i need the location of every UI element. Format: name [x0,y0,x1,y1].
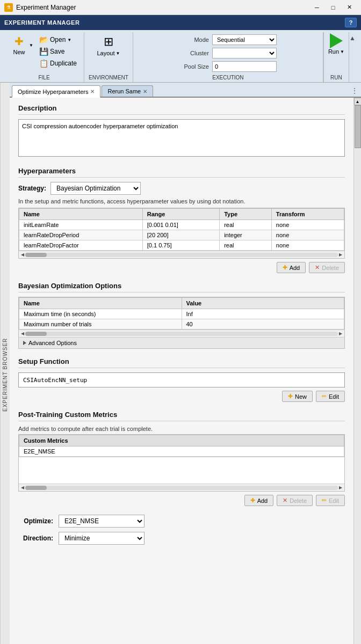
hp-cell-transform: none [271,240,344,251]
bo-scroll-track [25,332,338,336]
strategy-select[interactable]: Bayesian Optimization Random Search Grid… [50,182,141,195]
delete-metric-label: Delete [290,497,307,504]
open-dropdown-icon: ▼ [67,38,71,42]
setup-edit-icon: ✏ [322,393,327,400]
delete-hyperparameter-button[interactable]: ✕ Delete [309,262,345,273]
bayesian-table-container: Name Value Maximum time (in seconds)InfM… [18,297,345,349]
hp-col-transform: Transform [271,209,344,220]
new-dropdown-button[interactable]: ▼ [28,33,34,57]
bayesian-scrollbar[interactable]: ◀ ▶ [19,330,344,337]
ribbon-tab-bar: EXPERIMENT MANAGER ? [0,15,361,30]
direction-select[interactable]: Minimize Maximize [59,532,145,545]
description-title: Description [18,104,345,115]
run-button[interactable]: Run ▼ [328,33,344,55]
ribbon-tab-label: EXPERIMENT MANAGER [4,19,80,26]
duplicate-icon: 📋 [39,59,48,68]
layout-button[interactable]: ⊞ Layout ▼ [95,33,123,58]
add-metric-button[interactable]: ✚ Add [244,495,274,506]
post-training-btn-row: ✚ Add ✕ Delete ✏ Edit [18,495,345,506]
setup-function-input[interactable] [18,372,345,387]
custom-metrics-empty-area [19,457,344,484]
run-group-items: Run ▼ [328,32,344,74]
tab-optimize-close[interactable]: ✕ [90,89,95,94]
hyperparameters-table: Name Range Type Transform initLearnRate[… [19,208,344,251]
cm-scroll-track [25,486,338,490]
optimize-select[interactable]: E2E_NMSE [59,515,145,528]
mode-select[interactable]: Sequential [212,34,277,45]
hyperparameters-scrollbar[interactable]: ◀ ▶ [19,251,344,258]
cm-col-name: Custom Metrics [19,435,344,447]
hp-row[interactable]: initLearnRate[0.001 0.01]realnone [19,220,344,230]
add-hyperparameter-button[interactable]: ✚ Add [277,262,306,273]
new-button[interactable]: ✚ New [9,33,28,57]
vertical-scrollbar: ▲ ▼ [353,98,361,644]
advanced-options-label: Advanced Options [28,340,77,346]
save-label: Save [50,48,64,55]
bo-scroll-right-arrow[interactable]: ▶ [338,331,343,336]
maximize-button[interactable]: □ [326,2,341,13]
minimize-button[interactable]: ─ [309,2,324,13]
hyperparameters-header-row: Name Range Type Transform [19,209,344,220]
edit-metric-button[interactable]: ✏ Edit [316,495,345,506]
tab-optimize-hyperparameters[interactable]: Optimize Hyperparameters ✕ [12,85,100,98]
delete-metric-button[interactable]: ✕ Delete [277,495,313,506]
run-triangle-icon [330,33,343,48]
bo-scroll-thumb [25,332,47,336]
custom-metrics-table-container: Custom Metrics E2E_NMSE ◀ [18,434,345,492]
scroll-up-button[interactable]: ▲ [354,98,362,105]
setup-new-label: New [295,393,307,400]
poolsize-input[interactable] [212,61,277,72]
bo-col-name: Name [19,298,182,309]
bo-scroll-left-arrow[interactable]: ◀ [20,331,25,336]
file-group-items: ✚ New ▼ 📂 Open ▼ 💾 Sav [9,32,80,74]
optimize-label: Optimize: [18,517,53,525]
hp-row[interactable]: learnRateDropPeriod[20 200]integernone [19,230,344,240]
delete-metric-icon: ✕ [283,497,287,504]
bo-row[interactable]: Maximum time (in seconds)Inf [19,309,344,319]
duplicate-label: Duplicate [50,60,77,67]
hp-scroll-right-arrow[interactable]: ▶ [338,252,343,257]
duplicate-button[interactable]: 📋 Duplicate [37,58,80,69]
tab-more-button[interactable]: ⋮ [348,85,361,97]
help-button[interactable]: ? [345,18,357,27]
bo-cell-name: Maximum time (in seconds) [19,309,182,319]
cm-scroll-left-arrow[interactable]: ◀ [20,485,25,490]
direction-row: Direction: Minimize Maximize [18,532,345,545]
hp-cell-name: learnRateDropFactor [19,240,143,251]
run-label: Run [328,48,339,55]
open-button[interactable]: 📂 Open ▼ [37,34,80,45]
cm-scroll-right-arrow[interactable]: ▶ [338,485,343,490]
description-textarea[interactable] [18,119,345,157]
cluster-label: Cluster [179,50,209,56]
cluster-select[interactable] [212,48,277,58]
hp-scroll-thumb [25,253,47,257]
close-button[interactable]: ✕ [342,2,357,13]
advanced-chevron-icon [23,341,26,345]
cm-scroll-thumb [25,486,47,490]
ribbon-collapse-button[interactable]: ▲ [349,32,357,82]
strategy-label: Strategy: [18,185,46,192]
hp-row[interactable]: learnRateDropFactor[0.1 0.75]realnone [19,240,344,251]
tab-rerun-close[interactable]: ✕ [143,89,147,94]
hp-cell-type: real [220,220,272,230]
ribbon-content: ✚ New ▼ 📂 Open ▼ 💾 Sav [0,30,361,82]
cluster-row: Cluster [179,48,277,58]
setup-edit-button[interactable]: ✏ Edit [316,391,345,402]
app-title: Experiment Manager [16,4,76,11]
bo-row[interactable]: Maximum number of trials40 [19,319,344,330]
scroll-track [354,105,362,644]
add-hp-label: Add [290,265,300,271]
setup-new-button[interactable]: ✚ New [282,391,313,402]
advanced-options-row[interactable]: Advanced Options [19,337,344,348]
hp-scroll-left-arrow[interactable]: ◀ [20,252,25,257]
bayesian-options-section: Bayesian Optimization Options Name Value… [18,282,345,349]
custom-metrics-scrollbar[interactable]: ◀ ▶ [19,484,344,491]
scroll-thumb [355,105,361,148]
hp-cell-range: [0.1 0.75] [142,240,219,251]
scroll-area[interactable]: Description Hyperparameters Strategy: Ba… [10,98,353,644]
layout-icon: ⊞ [104,35,113,49]
cm-row[interactable]: E2E_NMSE [19,447,344,457]
optimize-section: Optimize: E2E_NMSE Direction: Minimize M… [18,515,345,545]
tab-rerun-same[interactable]: Rerun Same ✕ [102,85,153,97]
save-button[interactable]: 💾 Save [37,46,80,57]
